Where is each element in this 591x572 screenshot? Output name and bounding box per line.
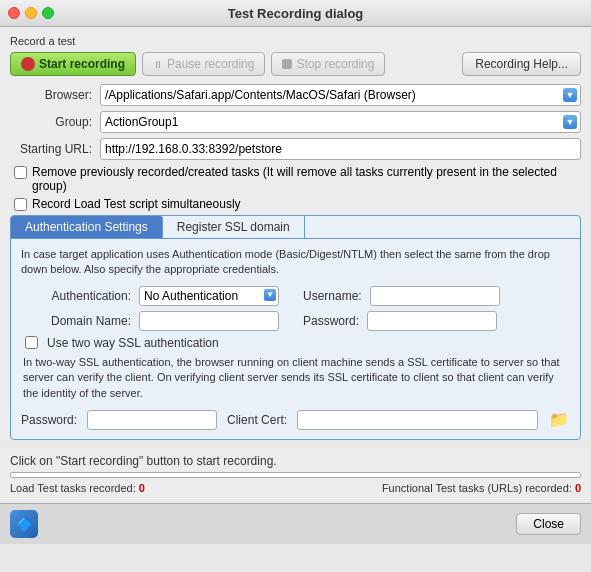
maximize-traffic-light[interactable] bbox=[42, 7, 54, 19]
tab-description: In case target application uses Authenti… bbox=[21, 247, 570, 278]
traffic-lights bbox=[8, 7, 54, 19]
pause-recording-button[interactable]: ⏸ Pause recording bbox=[142, 52, 265, 76]
remove-tasks-label: Remove previously recorded/created tasks… bbox=[32, 165, 581, 193]
tabs-header: Authentication Settings Register SSL dom… bbox=[11, 216, 580, 239]
functional-tasks: Functional Test tasks (URLs) recorded: 0 bbox=[382, 482, 581, 494]
ssl-checkbox-label: Use two way SSL authentication bbox=[47, 336, 219, 350]
record-load-label: Record Load Test script simultaneously bbox=[32, 197, 241, 211]
url-input[interactable] bbox=[100, 138, 581, 160]
domain-label: Domain Name: bbox=[21, 314, 131, 328]
group-row: Group: ActionGroup1 ▼ bbox=[10, 111, 581, 133]
url-label: Starting URL: bbox=[10, 142, 100, 156]
domain-row: Domain Name: Password: bbox=[21, 311, 570, 331]
load-tasks: Load Test tasks recorded: 0 bbox=[10, 482, 145, 494]
stop-icon bbox=[282, 59, 292, 69]
tab-ssl[interactable]: Register SSL domain bbox=[163, 216, 305, 238]
dialog-body: Record a test Start recording ⏸ Pause re… bbox=[0, 27, 591, 440]
browser-select[interactable]: /Applications/Safari.app/Contents/MacOS/… bbox=[100, 84, 581, 106]
record-icon bbox=[21, 57, 35, 71]
ssl-description: In two-way SSL authentication, the brows… bbox=[21, 355, 570, 401]
minimize-traffic-light[interactable] bbox=[25, 7, 37, 19]
start-recording-button[interactable]: Start recording bbox=[10, 52, 136, 76]
close-button[interactable]: Close bbox=[516, 513, 581, 535]
browse-cert-button[interactable]: 📁 bbox=[548, 409, 570, 431]
pw-label: Password: bbox=[21, 413, 77, 427]
app-icon: 🔷 bbox=[16, 516, 33, 532]
tab-authentication[interactable]: Authentication Settings bbox=[11, 216, 163, 238]
cert-row: Password: Client Cert: 📁 bbox=[21, 409, 570, 431]
auth-select[interactable]: No Authentication Basic Digest NTLM bbox=[139, 286, 279, 306]
checkbox-remove-row: Remove previously recorded/created tasks… bbox=[10, 165, 581, 193]
username-input[interactable] bbox=[370, 286, 500, 306]
ssl-checkbox[interactable] bbox=[25, 336, 38, 349]
stop-recording-button[interactable]: Stop recording bbox=[271, 52, 385, 76]
client-cert-input[interactable] bbox=[297, 410, 538, 430]
auth-label: Authentication: bbox=[21, 289, 131, 303]
password-input[interactable] bbox=[367, 311, 497, 331]
group-select-wrapper: ActionGroup1 ▼ bbox=[100, 111, 581, 133]
title-bar: Test Recording dialog bbox=[0, 0, 591, 27]
browser-row: Browser: /Applications/Safari.app/Conten… bbox=[10, 84, 581, 106]
cert-label: Client Cert: bbox=[227, 413, 287, 427]
auth-select-wrapper: No Authentication Basic Digest NTLM ▼ bbox=[139, 286, 279, 306]
remove-tasks-checkbox[interactable] bbox=[14, 166, 27, 179]
cert-password-input[interactable] bbox=[87, 410, 217, 430]
tasks-row: Load Test tasks recorded: 0 Functional T… bbox=[10, 482, 581, 494]
url-row: Starting URL: bbox=[10, 138, 581, 160]
group-select[interactable]: ActionGroup1 bbox=[100, 111, 581, 133]
bottom-icon: 🔷 bbox=[10, 510, 38, 538]
recording-help-button[interactable]: Recording Help... bbox=[462, 52, 581, 76]
section-label: Record a test bbox=[10, 35, 581, 47]
toolbar: Start recording ⏸ Pause recording Stop r… bbox=[10, 52, 581, 76]
pause-icon: ⏸ bbox=[153, 59, 163, 70]
bottom-bar: 🔷 Close bbox=[0, 503, 591, 544]
window-title: Test Recording dialog bbox=[228, 6, 364, 21]
status-text: Click on "Start recording" button to sta… bbox=[10, 454, 581, 468]
tabs-panel: Authentication Settings Register SSL dom… bbox=[10, 215, 581, 440]
browser-select-wrapper: /Applications/Safari.app/Contents/MacOS/… bbox=[100, 84, 581, 106]
status-area: Click on "Start recording" button to sta… bbox=[0, 448, 591, 503]
username-label: Username: bbox=[303, 289, 362, 303]
domain-input[interactable] bbox=[139, 311, 279, 331]
group-label: Group: bbox=[10, 115, 100, 129]
tab-content: In case target application uses Authenti… bbox=[11, 239, 580, 439]
close-traffic-light[interactable] bbox=[8, 7, 20, 19]
checkbox-load-row: Record Load Test script simultaneously bbox=[10, 197, 581, 211]
progress-bar bbox=[10, 472, 581, 478]
password-label: Password: bbox=[303, 314, 359, 328]
ssl-checkbox-row: Use two way SSL authentication bbox=[21, 336, 570, 350]
auth-row: Authentication: No Authentication Basic … bbox=[21, 286, 570, 306]
record-load-checkbox[interactable] bbox=[14, 198, 27, 211]
browser-label: Browser: bbox=[10, 88, 100, 102]
